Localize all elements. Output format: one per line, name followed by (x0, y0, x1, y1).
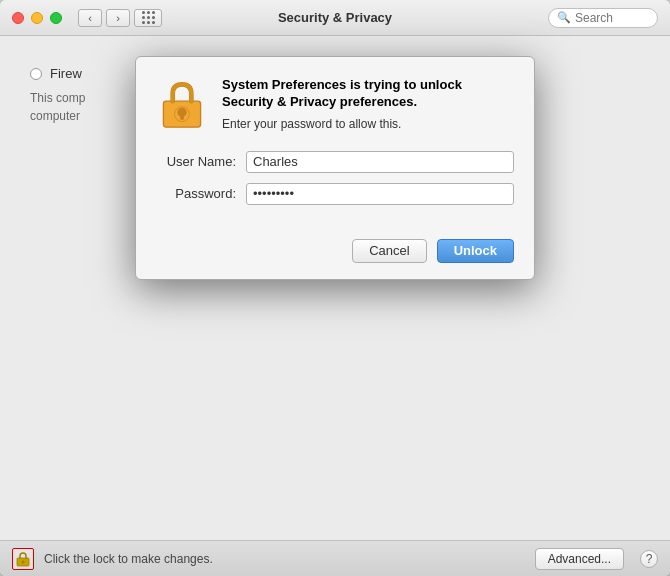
padlock-icon (16, 551, 30, 567)
titlebar: ‹ › Security & Privacy 🔍 (0, 0, 670, 36)
lock-icon (158, 77, 206, 129)
back-button[interactable]: ‹ (78, 9, 102, 27)
lock-icon-container (156, 77, 208, 129)
dialog-buttons: Cancel Unlock (136, 231, 534, 279)
svg-point-5 (22, 560, 25, 563)
username-row: User Name: (156, 151, 514, 173)
password-label: Password: (156, 186, 246, 201)
forward-icon: › (116, 12, 120, 24)
minimize-button[interactable] (31, 12, 43, 24)
cancel-button[interactable]: Cancel (352, 239, 426, 263)
auth-dialog: System Preferences is trying to unlock S… (135, 56, 535, 280)
password-row: Password: (156, 183, 514, 205)
bottom-bar: Click the lock to make changes. Advanced… (0, 540, 670, 576)
search-icon: 🔍 (557, 11, 571, 24)
main-window: ‹ › Security & Privacy 🔍 Firew (0, 0, 670, 576)
username-label: User Name: (156, 154, 246, 169)
unlock-button[interactable]: Unlock (437, 239, 514, 263)
lock-bottom-icon[interactable] (12, 548, 34, 570)
advanced-button[interactable]: Advanced... (535, 548, 624, 570)
lock-status-text: Click the lock to make changes. (44, 552, 213, 566)
dialog-form: User Name: Password: (136, 147, 534, 231)
help-button[interactable]: ? (640, 550, 658, 568)
grid-view-button[interactable] (134, 9, 162, 27)
content-area: Firew This comp computer (0, 36, 670, 540)
search-box[interactable]: 🔍 (548, 8, 658, 28)
traffic-lights (12, 12, 62, 24)
password-input[interactable] (246, 183, 514, 205)
close-button[interactable] (12, 12, 24, 24)
dialog-title: System Preferences is trying to unlock S… (222, 77, 514, 111)
maximize-button[interactable] (50, 12, 62, 24)
username-input[interactable] (246, 151, 514, 173)
back-icon: ‹ (88, 12, 92, 24)
dialog-header: System Preferences is trying to unlock S… (136, 57, 534, 147)
search-input[interactable] (575, 11, 655, 25)
dialog-subtitle: Enter your password to allow this. (222, 117, 514, 131)
forward-button[interactable]: › (106, 9, 130, 27)
grid-icon (142, 11, 155, 24)
dialog-overlay: System Preferences is trying to unlock S… (0, 36, 670, 540)
nav-buttons: ‹ › (78, 9, 130, 27)
window-title: Security & Privacy (278, 10, 392, 25)
dialog-text: System Preferences is trying to unlock S… (222, 77, 514, 131)
svg-rect-2 (180, 112, 184, 119)
